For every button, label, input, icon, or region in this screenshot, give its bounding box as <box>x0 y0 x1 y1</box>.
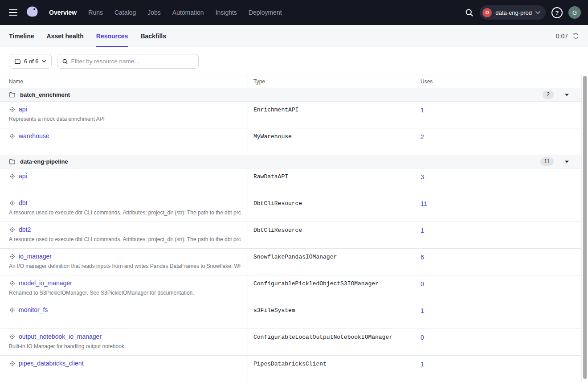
resource-type: DbtCliResource <box>248 222 414 248</box>
collapse-toggle[interactable] <box>565 160 569 163</box>
collapse-caret-icon <box>565 160 569 163</box>
resource-name-cell: monitor_fs <box>0 302 248 329</box>
resource-link[interactable]: pipes_databricks_client <box>19 360 84 367</box>
refresh-timer: 0:07 <box>556 33 568 40</box>
resource-description: Represents a mock data enrichment API <box>9 116 241 122</box>
nav-item-jobs[interactable]: Jobs <box>147 9 161 16</box>
folder-icon <box>9 158 16 165</box>
nav-item-runs[interactable]: Runs <box>88 9 103 16</box>
resource-type: RawDataAPI <box>248 168 414 195</box>
resource-name-cell: output_notebook_io_managerBuilt-in IO Ma… <box>0 329 248 355</box>
filter-bar: 6 of 6 <box>0 47 588 75</box>
resource-row-data-eng-pipeline-dbt: dbtA resource used to execute dbt CLI co… <box>0 195 581 222</box>
chevron-down-icon <box>535 11 540 14</box>
refresh-icon[interactable] <box>572 33 579 39</box>
resource-name-cell: dbtA resource used to execute dbt CLI co… <box>0 195 248 222</box>
resource-row-data-eng-pipeline-pipes-databricks-client: pipes_databricks_clientPipesDatabricksCl… <box>0 356 581 382</box>
resource-link[interactable]: monitor_fs <box>19 306 48 313</box>
resource-row-data-eng-pipeline-dbt2: dbt2A resource used to execute dbt CLI c… <box>0 222 581 249</box>
group-row-batch-enrichment[interactable]: batch_enrichment2 <box>0 88 581 102</box>
resource-type: s3FileSystem <box>248 302 414 329</box>
main-nav: OverviewRunsCatalogJobsAutomationInsight… <box>49 9 282 16</box>
resource-row-data-eng-pipeline-model-io-manager: model_io_managerRenamed to S3PickleIOMan… <box>0 275 581 302</box>
resource-description: A resource used to execute dbt CLI comma… <box>9 209 241 216</box>
resource-link[interactable]: dbt <box>19 199 27 206</box>
resource-name-cell: pipes_databricks_client <box>0 356 248 382</box>
resource-uses-link[interactable]: 1 <box>421 107 424 114</box>
resource-icon <box>9 200 16 206</box>
resource-icon <box>9 280 16 287</box>
nav-item-catalog[interactable]: Catalog <box>114 9 136 16</box>
resource-name-cell: dbt2A resource used to execute dbt CLI c… <box>0 222 248 248</box>
vertical-scrollbar[interactable] <box>583 76 587 379</box>
group-name: batch_enrichment <box>20 91 70 98</box>
resource-uses-link[interactable]: 1 <box>421 227 424 234</box>
resource-uses-link[interactable]: 6 <box>421 254 424 261</box>
tab-resources[interactable]: Resources <box>96 25 128 47</box>
nav-item-automation[interactable]: Automation <box>172 9 204 16</box>
top-nav-bar: OverviewRunsCatalogJobsAutomationInsight… <box>0 0 588 25</box>
resource-row-data-eng-pipeline-monitor-fs: monitor_fss3FileSystem1 <box>0 302 581 329</box>
resource-uses-link[interactable]: 3 <box>421 173 424 181</box>
tab-asset-health[interactable]: Asset health <box>47 25 84 47</box>
resource-uses-link[interactable]: 1 <box>421 307 424 314</box>
resource-link[interactable]: output_notebook_io_manager <box>19 333 102 340</box>
dagster-logo <box>24 4 40 21</box>
resource-link[interactable]: api <box>19 173 27 180</box>
resource-uses-link[interactable]: 11 <box>421 200 427 207</box>
group-name: data-eng-pipeline <box>20 158 68 165</box>
resource-icon <box>9 307 16 313</box>
resource-uses-link[interactable]: 0 <box>421 334 424 341</box>
column-header-name: Name <box>0 75 248 88</box>
collapse-toggle[interactable] <box>565 94 569 96</box>
resource-uses-link[interactable]: 2 <box>421 133 424 140</box>
column-header-uses: Uses <box>414 75 581 88</box>
resource-link[interactable]: model_io_manager <box>19 279 72 287</box>
resource-link[interactable]: warehouse <box>19 132 49 140</box>
hamburger-menu-icon[interactable] <box>7 7 19 18</box>
resource-description: Renamed to S3PickleIOManager. See S3Pick… <box>9 290 241 296</box>
resource-row-data-eng-pipeline-io-manager: io_managerAn I/O manager definition that… <box>0 249 581 275</box>
resource-name-cell: apiRepresents a mock data enrichment API <box>0 102 248 128</box>
help-icon[interactable]: ? <box>551 7 563 18</box>
nav-item-overview[interactable]: Overview <box>49 9 77 16</box>
group-row-data-eng-pipeline[interactable]: data-eng-pipeline11 <box>0 155 581 168</box>
user-avatar[interactable]: G <box>568 6 581 19</box>
deployment-name: data-eng-prod <box>495 9 532 16</box>
resource-type: MyWarehouse <box>248 128 414 155</box>
folder-icon <box>14 58 21 65</box>
column-header-type: Type <box>248 75 414 88</box>
chevron-down-icon <box>42 60 46 63</box>
tab-timeline[interactable]: Timeline <box>9 25 34 47</box>
tab-backfills[interactable]: Backfills <box>140 25 166 47</box>
group-filter-dropdown[interactable]: 6 of 6 <box>9 54 52 69</box>
resource-link[interactable]: io_manager <box>19 253 52 260</box>
resource-type: PipesDatabricksClient <box>248 356 414 382</box>
resource-uses-link[interactable]: 1 <box>421 361 424 368</box>
group-count-badge: 11 <box>540 157 554 166</box>
resource-search-input[interactable] <box>71 58 194 65</box>
resource-icon <box>9 133 16 140</box>
deployment-switcher[interactable]: D data-eng-prod <box>480 5 546 20</box>
resource-icon <box>9 253 16 260</box>
resource-row-batch-enrichment-warehouse: warehouseMyWarehouse2 <box>0 128 581 155</box>
top-right-cluster: D data-eng-prod ? G <box>465 5 581 20</box>
search-icon[interactable] <box>465 8 474 17</box>
resource-row-batch-enrichment-api: apiRepresents a mock data enrichment API… <box>0 102 581 128</box>
nav-item-deployment[interactable]: Deployment <box>249 9 282 16</box>
resource-name-cell: api <box>0 168 248 195</box>
resource-row-data-eng-pipeline-api: apiRawDataAPI3 <box>0 168 581 195</box>
tab-bar: TimelineAsset healthResourcesBackfills 0… <box>0 25 588 47</box>
resource-link[interactable]: api <box>19 106 27 113</box>
resource-type: SnowflakePandasIOManager <box>248 249 414 275</box>
resource-uses-link[interactable]: 0 <box>421 280 424 288</box>
resource-icon <box>9 226 16 233</box>
resource-icon <box>9 106 16 113</box>
resource-description: An I/O manager definition that reads inp… <box>9 263 241 269</box>
nav-item-insights[interactable]: Insights <box>216 9 237 16</box>
resource-link[interactable]: dbt2 <box>19 226 31 233</box>
resource-icon <box>9 333 16 340</box>
deployment-initial-badge: D <box>482 8 492 17</box>
collapse-caret-icon <box>565 94 569 96</box>
resource-type: EnrichmentAPI <box>248 102 414 128</box>
